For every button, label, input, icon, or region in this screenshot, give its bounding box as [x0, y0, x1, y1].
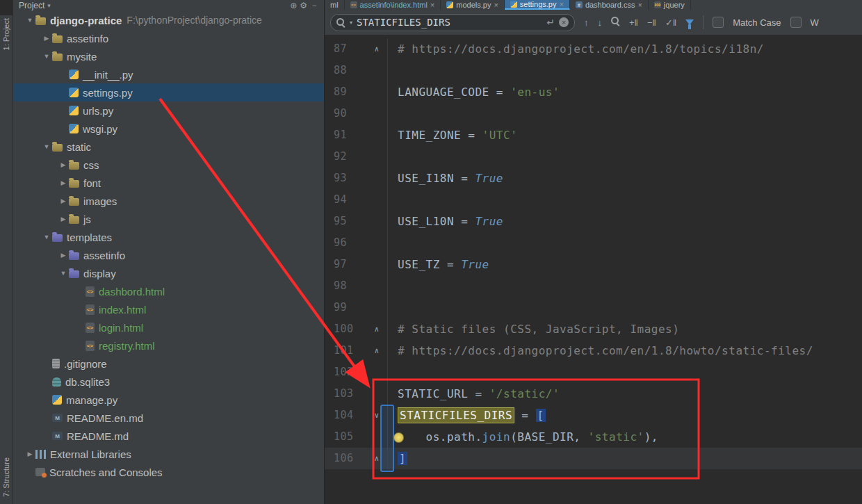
find-all-icon[interactable] [611, 17, 620, 28]
tab-ml[interactable]: ml [325, 0, 345, 10]
search-history-chevron-icon[interactable]: ▾ [350, 19, 352, 26]
chevron-right-icon[interactable]: ▶ [24, 450, 35, 457]
tree-item-dashbord-html[interactable]: dashbord.html [13, 282, 324, 300]
code-line-87[interactable]: 87∧# https://docs.djangoproject.com/en/1… [325, 38, 862, 60]
code-line-91[interactable]: 91TIME_ZONE = 'UTC' [325, 124, 862, 146]
code-line-105[interactable]: 105 os.path.join(BASE_DIR, 'static'), [325, 426, 862, 448]
tree-item-font[interactable]: ▶font [13, 174, 324, 192]
tree-item-django-pratice[interactable]: ▼django-praticeF:\pythonProject\django-p… [13, 11, 324, 29]
tab-dashboard-css[interactable]: dashboard.css× [570, 0, 649, 10]
tree-item-external-libraries[interactable]: ▶External Libraries [13, 445, 324, 463]
code-line-96[interactable]: 96 [325, 232, 862, 254]
fold-marker-icon[interactable]: ∧ [366, 340, 388, 361]
chevron-right-icon[interactable]: ▶ [58, 179, 69, 186]
code-line-101[interactable]: 101∧# https://docs.djangoproject.com/en/… [325, 340, 862, 361]
chevron-down-icon[interactable]: ▼ [41, 143, 52, 150]
tree-item-registry-html[interactable]: registry.html [13, 336, 324, 355]
newline-icon[interactable]: ↵ [546, 17, 555, 28]
code-line-104[interactable]: 104∨STATICFILES_DIRS = [ [325, 405, 862, 426]
project-panel-title[interactable]: Project [19, 1, 44, 10]
tree-item-display[interactable]: ▼display [13, 264, 324, 282]
tree-item-readme-md[interactable]: README.md [13, 427, 324, 445]
tree-item-settings-py[interactable]: settings.py [13, 83, 324, 101]
tree-item-js[interactable]: ▶js [13, 210, 324, 228]
tree-item-gitignore[interactable]: .gitignore [13, 355, 324, 373]
code-line-88[interactable]: 88 [325, 60, 862, 81]
tab-models-py[interactable]: models.py× [441, 0, 505, 10]
tree-item-wsgi-py[interactable]: wsgi.py [13, 120, 324, 138]
code-line-89[interactable]: 89LANGUAGE_CODE = 'en-us' [325, 81, 862, 103]
code-line-98[interactable]: 98 [325, 275, 862, 297]
code-line-106[interactable]: 106∧] [325, 448, 862, 469]
tree-item-assetinfo[interactable]: ▶assetinfo [13, 29, 324, 47]
locate-icon[interactable]: ⊕ [290, 1, 297, 10]
words-label[interactable]: W [811, 17, 819, 28]
tool-window-project-button[interactable]: 1: Project [2, 18, 10, 50]
tree-item-images[interactable]: ▶images [13, 192, 324, 210]
chevron-right-icon[interactable]: ▶ [58, 197, 69, 204]
code-line-102[interactable]: 102 [325, 361, 862, 383]
code-editor[interactable]: 87∧# https://docs.djangoproject.com/en/1… [325, 35, 862, 504]
chevron-right-icon[interactable]: ▶ [41, 35, 52, 42]
previous-occurrence-icon[interactable]: ↑ [584, 17, 589, 28]
tree-item-css[interactable]: ▶css [13, 156, 324, 174]
code-line-103[interactable]: 103STATIC_URL = '/static/' [325, 383, 862, 405]
code-line-100[interactable]: 100∧# Static files (CSS, JavaScript, Ima… [325, 318, 862, 340]
chevron-right-icon[interactable]: ▶ [58, 252, 69, 259]
tab-jquery[interactable]: jquery [649, 0, 691, 10]
intention-bulb-icon[interactable] [393, 432, 404, 443]
tree-item-urls-py[interactable]: urls.py [13, 101, 324, 120]
tree-item-init-py[interactable]: __init__.py [13, 65, 324, 83]
search-input[interactable]: ▾ STATICFILES_DIRS ↵ × [330, 14, 575, 31]
tool-window-structure-button[interactable]: 7: Structure [2, 457, 10, 497]
settings-gear-icon[interactable]: ⚙ [300, 1, 307, 10]
tree-item-index-html[interactable]: index.html [13, 300, 324, 318]
tree-item-templates[interactable]: ▼templates [13, 228, 324, 246]
fold-marker-icon[interactable]: ∧ [366, 38, 388, 60]
hide-panel-icon[interactable]: － [310, 1, 318, 10]
search-query-text[interactable]: STATICFILES_DIRS [357, 17, 450, 28]
filter-icon[interactable] [685, 19, 694, 25]
words-checkbox[interactable] [790, 17, 802, 28]
close-search-icon[interactable]: × [559, 17, 569, 27]
search-icon[interactable] [336, 18, 345, 27]
chevron-down-icon[interactable]: ▼ [41, 234, 52, 241]
close-tab-icon[interactable]: × [559, 0, 563, 8]
tree-item-static[interactable]: ▼static [13, 138, 324, 156]
match-case-label[interactable]: Match Case [733, 17, 781, 28]
token-plain: USE_TZ [398, 258, 447, 271]
code-line-95[interactable]: 95USE_L10N = True [325, 211, 862, 232]
chevron-right-icon[interactable]: ▶ [58, 161, 69, 168]
code-line-93[interactable]: 93USE_I18N = True [325, 168, 862, 189]
match-case-checkbox[interactable] [713, 17, 724, 28]
fold-marker-icon[interactable]: ∧ [366, 318, 388, 340]
tab-assetinfo-index-html[interactable]: assetinfo\index.html× [345, 0, 441, 10]
chevron-down-icon[interactable]: ▼ [24, 17, 35, 24]
libraries-icon [35, 450, 46, 459]
code-line-99[interactable]: 99 [325, 297, 862, 318]
tree-item-manage-py[interactable]: manage.py [13, 391, 324, 409]
chevron-right-icon[interactable]: ▶ [58, 216, 69, 222]
close-tab-icon[interactable]: × [494, 1, 498, 9]
tree-item-scratches-and-consoles[interactable]: Scratches and Consoles [13, 463, 324, 481]
tree-item-readme-en-md[interactable]: README.en.md [13, 409, 324, 427]
chevron-down-icon[interactable]: ▾ [47, 2, 51, 9]
remove-occurrence-icon[interactable]: −‖ [647, 17, 656, 28]
tree-item-mysite[interactable]: ▼mysite [13, 47, 324, 65]
add-occurrence-icon[interactable]: +‖ [629, 17, 638, 28]
chevron-down-icon[interactable]: ▼ [58, 270, 69, 277]
code-line-94[interactable]: 94 [325, 189, 862, 211]
tree-item-assetinfo[interactable]: ▶assetinfo [13, 246, 324, 264]
next-occurrence-icon[interactable]: ↓ [598, 17, 603, 28]
token-brace: ] [398, 452, 407, 465]
tree-item-login-html[interactable]: login.html [13, 318, 324, 336]
close-tab-icon[interactable]: × [430, 1, 434, 9]
chevron-down-icon[interactable]: ▼ [41, 53, 52, 60]
code-line-97[interactable]: 97USE_TZ = True [325, 254, 862, 275]
close-tab-icon[interactable]: × [637, 1, 642, 9]
select-all-occurrences-icon[interactable]: ✓‖ [665, 17, 676, 28]
code-line-90[interactable]: 90 [325, 103, 862, 124]
code-line-92[interactable]: 92 [325, 146, 862, 168]
tree-item-db-sqlite3[interactable]: db.sqlite3 [13, 373, 324, 391]
tab-settings-py[interactable]: settings.py× [505, 0, 570, 10]
